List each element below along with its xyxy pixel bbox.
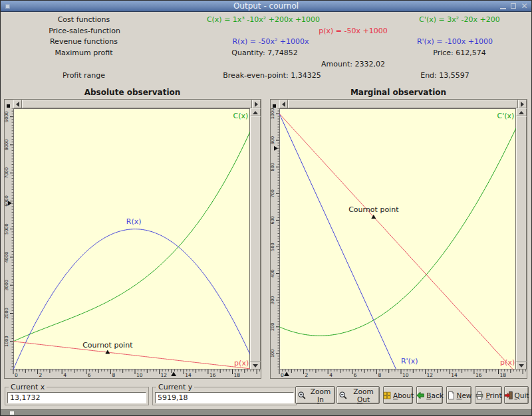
chart-title-marginal: Marginal observation (350, 88, 446, 97)
svg-text:500: 500 (271, 243, 275, 251)
svg-text:12: 12 (161, 372, 168, 378)
svg-text:10: 10 (402, 372, 409, 378)
cost-derivative-formula: C'(x) = 3x² -20x +200 (419, 15, 500, 24)
revenue-function-formula: R(x) = -50x² +1000x (232, 37, 309, 46)
price-sales-label: Price-sales-function (49, 27, 120, 35)
svg-text:2000: 2000 (5, 308, 9, 319)
h-scrollbar-thumb[interactable] (288, 100, 518, 108)
close-button[interactable]: ✕ (520, 2, 529, 11)
svg-text:700: 700 (271, 189, 275, 197)
v-scrollbar-thumb[interactable] (250, 116, 261, 362)
quit-label: Quit (515, 391, 529, 399)
scroll-right-arrow-icon[interactable] (518, 100, 527, 108)
ruler-origin-marker (7, 104, 10, 108)
zoom-in-icon (297, 391, 307, 400)
back-button[interactable]: Back (416, 386, 443, 404)
price-sales-formula: p(x) = -50x +1000 (319, 27, 387, 35)
h-scrollbar[interactable] (279, 100, 527, 108)
print-button[interactable]: Print (475, 386, 502, 404)
marginal-observation-chart: 1002003004005006007008009001000 C'(x)R'(… (271, 100, 527, 378)
svg-text:7000: 7000 (5, 167, 9, 179)
amount-value: Amount: 2332,02 (321, 60, 385, 68)
v-scrollbar-thumb[interactable] (516, 116, 527, 362)
revenue-functions-label: Revenue functions (50, 37, 118, 46)
quit-button[interactable]: Quit (504, 386, 529, 404)
svg-text:900: 900 (271, 136, 275, 144)
back-arrow-icon (416, 391, 425, 400)
svg-text:4000: 4000 (5, 252, 9, 263)
scroll-left-arrow-icon[interactable] (13, 100, 22, 108)
zoom-out-button[interactable]: Zoom Out (336, 386, 380, 404)
svg-text:600: 600 (271, 216, 275, 224)
about-button[interactable]: About (383, 386, 413, 404)
scroll-right-arrow-icon[interactable] (252, 100, 261, 108)
svg-text:14: 14 (185, 372, 192, 378)
v-scrollbar[interactable] (250, 108, 261, 369)
scroll-down-arrow-icon[interactable] (516, 362, 527, 369)
svg-text:8: 8 (112, 372, 115, 378)
cost-function-formula: C(x) = 1x³ -10x² +200x +1000 (207, 15, 320, 24)
cost-functions-label: Cost functions (58, 15, 110, 24)
h-scrollbar-thumb[interactable] (22, 100, 252, 108)
zoom-out-icon (338, 391, 348, 400)
resize-notch (10, 411, 14, 415)
svg-text:5000: 5000 (5, 223, 9, 235)
about-label: About (393, 391, 414, 399)
svg-text:R(x): R(x) (126, 217, 142, 226)
svg-text:16: 16 (475, 372, 482, 378)
revenue-derivative-formula: R'(x) = -100x +1000 (417, 37, 493, 46)
absolute-observation-chart: 100020003000400050006000700080009000 C(x… (5, 100, 261, 378)
svg-text:16: 16 (209, 372, 216, 378)
scroll-down-arrow-icon[interactable] (250, 362, 261, 369)
quit-door-icon (504, 391, 513, 400)
svg-text:C'(x): C'(x) (497, 112, 514, 120)
quantity-value: Quantity: 7,74852 (231, 49, 297, 57)
v-scrollbar[interactable] (516, 108, 527, 369)
svg-text:18: 18 (500, 372, 507, 378)
maximum-profit-label: Maximum profit (55, 49, 113, 57)
svg-text:100: 100 (271, 350, 275, 358)
minimize-button[interactable] (499, 2, 507, 11)
svg-text:0: 0 (281, 372, 284, 378)
svg-text:8000: 8000 (5, 140, 9, 151)
plot-canvas[interactable]: C(x)R(x)p(x)Cournot point (13, 108, 250, 369)
svg-text:2: 2 (305, 372, 309, 378)
current-y-input[interactable]: 5919,18 (155, 392, 294, 403)
svg-text:3000: 3000 (5, 280, 9, 291)
x-axis-ruler: 024681012141618 (5, 369, 261, 378)
zoom-out-label: Zoom Out (349, 387, 378, 403)
h-scrollbar[interactable] (13, 100, 261, 108)
plot-canvas[interactable]: C'(x)R'(x)p(x)Cournot point (279, 108, 516, 369)
svg-text:C(x): C(x) (233, 112, 249, 120)
profit-range-label: Profit range (63, 71, 105, 80)
svg-text:1000: 1000 (271, 108, 275, 119)
svg-text:Cournot point: Cournot point (348, 205, 399, 214)
current-x-input[interactable]: 13,1732 (7, 392, 146, 403)
scroll-up-arrow-icon[interactable] (250, 108, 261, 116)
svg-text:0: 0 (15, 372, 18, 378)
svg-text:800: 800 (271, 163, 275, 171)
svg-text:2: 2 (39, 372, 43, 378)
zoom-in-button[interactable]: Zoom In (295, 386, 335, 404)
scroll-up-arrow-icon[interactable] (516, 108, 527, 116)
svg-text:8: 8 (378, 372, 381, 378)
maximize-button[interactable] (509, 2, 518, 11)
svg-text:4: 4 (329, 372, 332, 378)
current-y-label: Current y (156, 383, 194, 391)
window-bottom-edge (1, 409, 531, 415)
back-label: Back (426, 391, 444, 399)
svg-text:Cournot point: Cournot point (82, 341, 133, 350)
scroll-left-arrow-icon[interactable] (279, 100, 288, 108)
svg-text:6: 6 (88, 372, 91, 378)
svg-text:p(x): p(x) (234, 359, 249, 367)
printer-icon (475, 391, 484, 400)
about-icon (382, 391, 392, 400)
svg-text:300: 300 (271, 296, 275, 304)
svg-text:400: 400 (271, 269, 275, 277)
range-end-value: End: 13,5597 (420, 71, 469, 80)
svg-text:p(x): p(x) (500, 358, 515, 367)
current-x-frame: Current x 13,1732 (5, 387, 149, 405)
new-button[interactable]: New (446, 386, 471, 404)
x-axis-ruler: 024681012141618 (271, 369, 527, 378)
titlebar[interactable]: Output - cournol ✕ (1, 1, 531, 12)
